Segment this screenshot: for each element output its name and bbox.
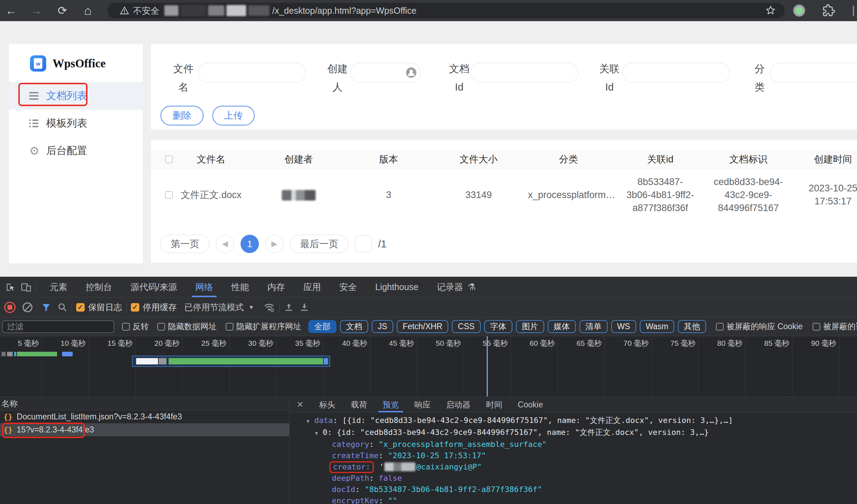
column-header: 分类 bbox=[528, 153, 609, 166]
search-form: 文件名创建人文档Id关联Id分类 删除 上传 bbox=[151, 44, 857, 130]
last-page-button[interactable]: 最后一页 bbox=[290, 235, 348, 253]
filter-chip-WS[interactable]: WS bbox=[611, 320, 636, 333]
export-har-icon[interactable] bbox=[299, 302, 309, 312]
record-network-log-icon[interactable] bbox=[4, 302, 16, 313]
preview-tab-时间[interactable]: 时间 bbox=[486, 397, 502, 412]
filter-chip-图片[interactable]: 图片 bbox=[516, 320, 544, 333]
back-icon[interactable]: ← bbox=[3, 0, 19, 21]
hide-data-urls-checkbox[interactable] bbox=[157, 323, 165, 331]
filter-chip-Fetch/XHR[interactable]: Fetch/XHR bbox=[397, 320, 448, 333]
preview-tab-Cookie[interactable]: Cookie bbox=[518, 397, 543, 412]
network-overview-timeline[interactable]: 5 毫秒10 毫秒15 毫秒20 毫秒25 毫秒30 毫秒35 毫秒40 毫秒4… bbox=[0, 336, 857, 397]
filter-chip-媒体[interactable]: 媒体 bbox=[548, 320, 576, 333]
sidebar-item-label: 模板列表 bbox=[46, 116, 87, 130]
import-har-icon[interactable] bbox=[284, 302, 294, 312]
devtools-tab-元素[interactable]: 元素 bbox=[41, 277, 77, 297]
preview-tab-载荷[interactable]: 载荷 bbox=[351, 397, 367, 412]
devtools-tab-性能[interactable]: 性能 bbox=[222, 277, 258, 297]
form-input-1[interactable] bbox=[350, 63, 421, 82]
hide-extension-urls-checkbox[interactable] bbox=[226, 323, 233, 331]
preview-tab-响应[interactable]: 响应 bbox=[414, 397, 431, 412]
disable-cache-label[interactable]: 停用缓存 bbox=[143, 302, 177, 313]
devtools-tab-应用[interactable]: 应用 bbox=[294, 277, 330, 297]
filter-chip-JS[interactable]: JS bbox=[372, 320, 393, 333]
devtools-tab-Lighthouse[interactable]: Lighthouse bbox=[366, 277, 427, 297]
devtools-tab-内存[interactable]: 内存 bbox=[258, 277, 294, 297]
filter-chip-全部[interactable]: 全部 bbox=[308, 320, 336, 333]
select-all-cell bbox=[151, 155, 173, 163]
sidebar-item-backend-config[interactable]: ⚙后台配置 bbox=[9, 137, 143, 165]
home-icon[interactable]: ⌂ bbox=[80, 0, 96, 21]
form-input-2[interactable] bbox=[470, 63, 578, 82]
filter-chip-清单[interactable]: 清单 bbox=[579, 320, 608, 333]
address-bar[interactable]: 不安全 /x_desktop/app.html?app=WpsOffice bbox=[108, 3, 785, 18]
next-page-icon[interactable]: ▶ bbox=[265, 235, 284, 253]
clear-network-log-icon[interactable] bbox=[23, 302, 32, 312]
prev-page-icon[interactable]: ◀ bbox=[216, 235, 234, 253]
hide-extension-urls-label[interactable]: 隐藏扩展程序网址 bbox=[236, 321, 301, 332]
filter-input[interactable] bbox=[2, 320, 114, 333]
select-all-checkbox[interactable] bbox=[165, 155, 173, 163]
devtools-tab-安全[interactable]: 安全 bbox=[330, 277, 366, 297]
search-icon[interactable] bbox=[57, 302, 67, 312]
current-page-button[interactable]: 1 bbox=[241, 235, 259, 253]
timeline-gridline bbox=[511, 336, 511, 397]
filter-chip-字体[interactable]: 字体 bbox=[484, 320, 512, 333]
request-row[interactable]: {}15?v=8.2.3-4-43f4fe3 bbox=[0, 423, 289, 436]
page-jump-input[interactable] bbox=[355, 235, 372, 252]
invert-label[interactable]: 反转 bbox=[133, 321, 149, 332]
cell-line: 844996f75167 bbox=[711, 202, 785, 215]
extensions-puzzle-icon[interactable] bbox=[822, 4, 835, 17]
request-name-column-header[interactable]: 名称 bbox=[0, 397, 289, 410]
devtools-tab-控制台[interactable]: 控制台 bbox=[77, 277, 121, 297]
form-input-3[interactable] bbox=[622, 63, 730, 82]
upload-button[interactable]: 上传 bbox=[212, 106, 255, 125]
devtools-tab-网络[interactable]: 网络 bbox=[186, 277, 222, 297]
row-checkbox[interactable] bbox=[165, 191, 173, 199]
blocked-requests-checkbox[interactable] bbox=[813, 323, 820, 331]
preview-tab-预览[interactable]: 预览 bbox=[383, 397, 399, 412]
device-toolbar-icon[interactable] bbox=[20, 282, 32, 293]
throttling-select[interactable]: 已停用节流模式 ▼ bbox=[184, 302, 254, 313]
preview-tab-启动器[interactable]: 启动器 bbox=[446, 397, 470, 412]
filter-chip-文档[interactable]: 文档 bbox=[340, 320, 368, 333]
blocked-cookies-checkbox[interactable] bbox=[716, 323, 724, 331]
json-token: : {id: "cedb8d33-be94-43c2-9ce9-844996f7… bbox=[327, 428, 709, 437]
filter-funnel-icon[interactable] bbox=[41, 302, 51, 312]
first-page-button[interactable]: 第一页 bbox=[160, 235, 209, 253]
invert-checkbox[interactable] bbox=[122, 323, 130, 331]
network-conditions-icon[interactable] bbox=[263, 302, 275, 313]
row-select-cell bbox=[151, 191, 173, 199]
hide-data-urls-label[interactable]: 隐藏数据网址 bbox=[168, 321, 217, 332]
reload-icon[interactable]: ⟳ bbox=[54, 0, 71, 21]
filter-chip-CSS[interactable]: CSS bbox=[452, 320, 480, 333]
disable-cache-checkbox[interactable]: ✓ bbox=[131, 303, 139, 312]
blocked-requests-label[interactable]: 被屏蔽的请求 bbox=[823, 321, 857, 332]
forward-icon[interactable]: → bbox=[28, 0, 44, 21]
devtools-tab-源代码/来源[interactable]: 源代码/来源 bbox=[121, 277, 186, 297]
preserve-log-label[interactable]: 保留日志 bbox=[88, 302, 122, 313]
preview-tab-标头[interactable]: 标头 bbox=[319, 397, 335, 412]
delete-button[interactable]: 删除 bbox=[160, 106, 203, 125]
json-line: docId: "8b533487-3b06-4b81-9ff2-a877f386… bbox=[298, 484, 857, 495]
timeline-gridline bbox=[651, 336, 652, 397]
form-input-4[interactable] bbox=[770, 63, 857, 82]
devtools-tab-记录器[interactable]: 记录器 bbox=[427, 277, 472, 297]
bookmark-star-icon[interactable] bbox=[765, 5, 776, 16]
sidebar-item-document-list[interactable]: 文档列表 bbox=[9, 82, 143, 110]
filter-chip-其他[interactable]: 其他 bbox=[678, 320, 706, 333]
expand-arrow-icon[interactable]: ▼ bbox=[315, 428, 323, 439]
request-row[interactable]: {}DocumentList_listItem.json?v=8.2.3-4-4… bbox=[0, 410, 289, 423]
blocked-cookies-label[interactable]: 被屏蔽的响应 Cookie bbox=[727, 321, 803, 332]
form-input-0[interactable] bbox=[198, 63, 306, 82]
preserve-log-checkbox[interactable]: ✓ bbox=[76, 303, 85, 312]
menu-edge-bar bbox=[853, 6, 854, 16]
waterfall-selected-bar[interactable] bbox=[132, 356, 330, 367]
sidebar-item-template-list[interactable]: 模板列表 bbox=[9, 110, 143, 137]
profile-avatar[interactable] bbox=[792, 4, 806, 17]
filter-chip-Wasm[interactable]: Wasm bbox=[640, 320, 674, 333]
close-icon[interactable]: ✕ bbox=[297, 400, 304, 410]
waterfall-bar-segment bbox=[7, 352, 13, 356]
inspect-element-icon[interactable] bbox=[5, 282, 16, 293]
expand-arrow-icon[interactable]: ▼ bbox=[306, 416, 314, 427]
